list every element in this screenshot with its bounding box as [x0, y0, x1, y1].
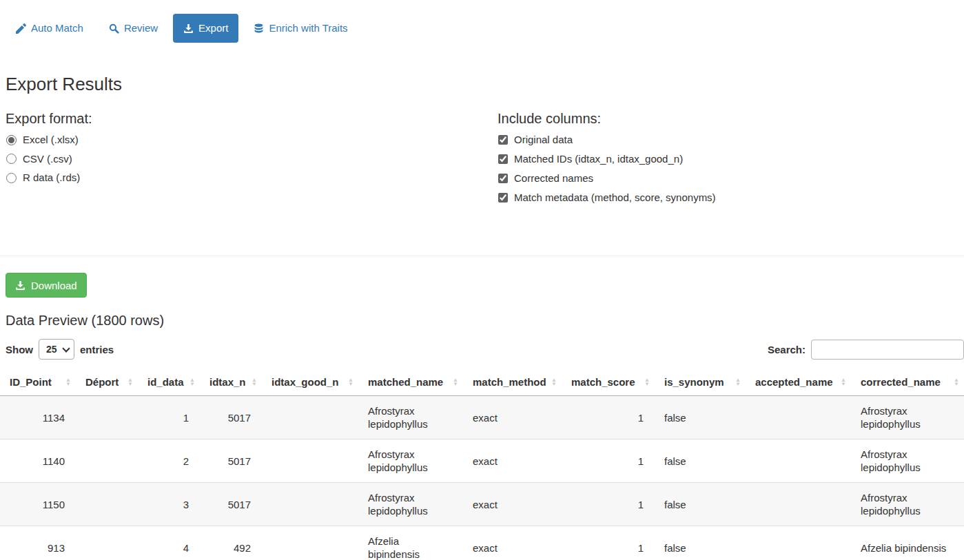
cell-idtax_n: 5017 [200, 439, 262, 483]
cell-is_synonym: false [655, 526, 746, 560]
table-row[interactable]: 114025017Afrostyrax lepidophyllusexact1f… [0, 439, 964, 483]
page-length-select-wrap: 25 [39, 339, 74, 360]
download-icon [15, 280, 25, 291]
include-column-checkbox[interactable] [498, 135, 508, 145]
cell-match_score: 1 [562, 439, 655, 483]
column-header-label: corrected_name [861, 376, 941, 388]
preview-title: Data Preview (1800 rows) [6, 312, 964, 329]
column-header-Déport[interactable]: Déport▲▼ [76, 369, 138, 396]
cell-matched_name: Afrostyrax lepidophyllus [358, 439, 463, 483]
cell-idtax_good_n [262, 526, 358, 560]
column-header-id_data[interactable]: id_data▲▼ [138, 369, 200, 396]
cell-ID_Point: 1134 [0, 396, 76, 439]
cell-matched_name: Afzelia bipindensis [358, 526, 463, 560]
tab-review[interactable]: Review [99, 14, 168, 43]
sort-arrows-icon: ▲▼ [841, 378, 846, 386]
include-column-option: Match metadata (method, score, synonyms) [498, 191, 958, 205]
cell-match_score: 1 [562, 396, 655, 439]
cell-match_score: 1 [562, 526, 655, 560]
include-column-option-label[interactable]: Corrected names [514, 172, 593, 185]
column-header-label: Déport [85, 376, 119, 388]
sort-arrows-icon: ▲▼ [644, 378, 650, 386]
export-format-option: R data (.rds) [6, 171, 498, 185]
pencil-icon [16, 23, 26, 34]
cell-id_data: 4 [138, 526, 200, 560]
column-header-label: idtax_good_n [271, 376, 339, 388]
column-header-label: match_score [571, 376, 635, 388]
download-button-label: Download [31, 280, 77, 291]
cell-is_synonym: false [655, 483, 746, 526]
column-header-match_method[interactable]: match_method▲▼ [463, 369, 562, 396]
include-columns-checkbox-group: Original dataMatched IDs (idtax_n, idtax… [498, 133, 958, 205]
cell-match_method: exact [463, 439, 562, 483]
cell-matched_name: Afrostyrax lepidophyllus [358, 396, 463, 439]
table-row[interactable]: 113415017Afrostyrax lepidophyllusexact1f… [0, 396, 964, 439]
column-header-is_synonym[interactable]: is_synonym▲▼ [655, 369, 746, 396]
export-format-option-label[interactable]: Excel (.xlsx) [23, 133, 79, 147]
search-input[interactable] [811, 340, 964, 360]
sort-arrows-icon: ▲▼ [127, 378, 133, 386]
include-column-checkbox[interactable] [498, 193, 508, 203]
column-header-ID_Point[interactable]: ID_Point▲▼ [0, 369, 76, 396]
export-format-radio[interactable] [6, 173, 17, 183]
column-header-label: accepted_name [755, 376, 833, 388]
table-row[interactable]: 115035017Afrostyrax lepidophyllusexact1f… [0, 483, 964, 526]
sort-arrows-icon: ▲▼ [735, 378, 741, 386]
sort-arrows-icon: ▲▼ [189, 378, 195, 386]
export-format-option-label[interactable]: CSV (.csv) [23, 152, 72, 166]
show-label: Show [6, 344, 33, 355]
data-preview-table: ID_Point▲▼Déport▲▼id_data▲▼idtax_n▲▼idta… [0, 369, 964, 560]
include-column-checkbox[interactable] [498, 174, 508, 183]
cell-idtax_good_n [262, 396, 358, 439]
include-columns-label: Include columns: [498, 110, 958, 127]
sort-arrows-icon: ▲▼ [453, 378, 458, 386]
cell-accepted_name [746, 483, 851, 526]
column-header-label: ID_Point [10, 376, 52, 388]
cell-accepted_name [746, 439, 851, 483]
include-column-checkbox[interactable] [498, 154, 508, 164]
cell-ID_Point: 1150 [0, 483, 76, 526]
download-button[interactable]: Download [6, 273, 87, 298]
cell-Déport [76, 396, 138, 439]
column-header-idtax_n[interactable]: idtax_n▲▼ [200, 369, 262, 396]
table-body: 113415017Afrostyrax lepidophyllusexact1f… [0, 396, 964, 560]
column-header-match_score[interactable]: match_score▲▼ [562, 369, 655, 396]
tab-enrich-with-traits[interactable]: Enrich with Traits [243, 14, 358, 43]
cell-id_data: 1 [138, 396, 200, 439]
cell-Déport [76, 483, 138, 526]
export-format-radio-group: Excel (.xlsx)CSV (.csv)R data (.rds) [6, 133, 498, 185]
download-icon [183, 23, 194, 34]
cell-corrected_name: Afrostyrax lepidophyllus [851, 396, 964, 439]
database-icon [254, 23, 264, 34]
page-title: Export Results [6, 74, 958, 94]
include-column-option-label[interactable]: Original data [514, 133, 573, 147]
export-format-option-label[interactable]: R data (.rds) [23, 171, 80, 185]
page-length-control: Show 25 entries [6, 339, 114, 360]
cell-is_synonym: false [655, 396, 746, 439]
column-header-accepted_name[interactable]: accepted_name▲▼ [746, 369, 851, 396]
export-format-radio[interactable] [6, 135, 17, 145]
export-options: Export format: Excel (.xlsx)CSV (.csv)R … [6, 110, 958, 210]
column-header-idtax_good_n[interactable]: idtax_good_n▲▼ [262, 369, 358, 396]
sort-arrows-icon: ▲▼ [65, 378, 71, 386]
tab-auto-match[interactable]: Auto Match [6, 14, 94, 43]
tab-export[interactable]: Export [173, 14, 238, 43]
include-column-option-label[interactable]: Matched IDs (idtax_n, idtax_good_n) [514, 152, 683, 166]
include-column-option: Matched IDs (idtax_n, idtax_good_n) [498, 152, 958, 166]
column-header-corrected_name[interactable]: corrected_name▲▼ [851, 369, 964, 396]
export-format-radio[interactable] [6, 154, 17, 164]
column-header-label: is_synonym [664, 376, 724, 388]
cell-id_data: 3 [138, 483, 200, 526]
include-column-option: Original data [498, 133, 958, 147]
include-column-option-label[interactable]: Match metadata (method, score, synonyms) [514, 191, 716, 205]
column-header-label: matched_name [368, 376, 443, 388]
column-header-matched_name[interactable]: matched_name▲▼ [358, 369, 463, 396]
sort-arrows-icon: ▲▼ [551, 378, 557, 386]
tab-label: Enrich with Traits [269, 21, 347, 35]
divider [0, 256, 964, 256]
search-label: Search: [768, 344, 806, 355]
table-row[interactable]: 9134492Afzelia bipindensisexact1falseAfz… [0, 526, 964, 560]
cell-id_data: 2 [138, 439, 200, 483]
page-length-select[interactable]: 25 [39, 339, 74, 360]
cell-idtax_n: 492 [200, 526, 262, 560]
